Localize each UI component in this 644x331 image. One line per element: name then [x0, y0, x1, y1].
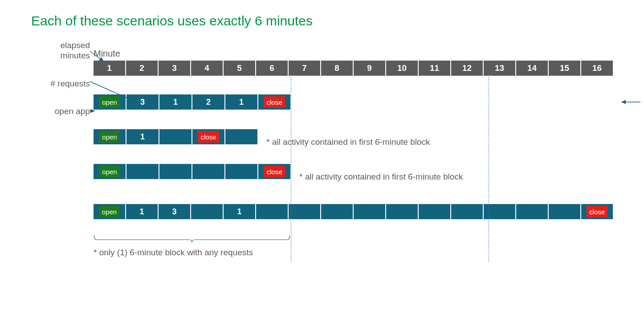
page-title: Each of these scenarios uses exactly 6 m…	[31, 13, 613, 29]
scenario-note: * all activity contained in first 6-minu…	[299, 172, 463, 182]
minute-cell: 13	[484, 61, 515, 76]
minute-cell: 10	[386, 61, 418, 76]
close-badge: close	[587, 206, 607, 217]
close-badge: close	[198, 131, 219, 143]
minute-cell: 9	[354, 61, 385, 76]
activity-cell: open	[94, 164, 126, 179]
activity-cell: 1	[225, 94, 257, 110]
open-badge: open	[99, 96, 119, 108]
diagram: elapsedminutes Minute 123456789101112131…	[94, 49, 613, 257]
activity-cell	[159, 129, 192, 144]
six-minute-divider	[291, 74, 291, 262]
activity-cell	[159, 164, 192, 179]
open-badge: open	[99, 206, 119, 217]
label-open-app: open app	[55, 106, 90, 117]
minute-cell: 15	[549, 61, 580, 76]
activity-cell	[256, 204, 288, 219]
minute-cell: 7	[289, 61, 320, 76]
activity-cell	[386, 204, 418, 219]
minute-cell: 1	[94, 61, 125, 76]
activity-cell: close	[258, 94, 290, 110]
minute-cell: 8	[321, 61, 353, 76]
minute-cell: 4	[191, 61, 223, 76]
activity-cell: open	[94, 129, 126, 144]
activity-cell: 3	[159, 204, 190, 219]
activity-cell: open	[94, 204, 125, 219]
activity-cell: 3	[126, 94, 159, 110]
scenario-row: open1close	[94, 129, 257, 144]
label-requests: # requests	[50, 79, 90, 89]
scenario-row: open3121closeclose app* all activity con…	[94, 94, 613, 110]
activity-cell: close	[258, 164, 290, 179]
close-badge: close	[264, 166, 285, 177]
scenario-note-below: * only (1) 6-minute block with any reque…	[94, 248, 613, 257]
activity-cell	[126, 164, 159, 179]
scenario-row: open131close	[94, 204, 613, 219]
activity-cell: close	[581, 204, 613, 219]
brace	[94, 234, 290, 245]
minute-header-row: 12345678910111213141516	[94, 61, 613, 76]
activity-cell	[419, 204, 450, 219]
activity-cell: 1	[224, 204, 255, 219]
activity-cell: 1	[126, 129, 159, 144]
activity-cell	[516, 204, 548, 219]
arrow-icon	[619, 99, 641, 105]
minute-cell: 16	[581, 61, 613, 76]
activity-cell: 2	[192, 94, 224, 110]
close-badge: close	[264, 96, 285, 108]
minute-cell: 14	[516, 61, 548, 76]
minute-cell: 5	[224, 61, 255, 76]
activity-cell	[354, 204, 385, 219]
six-minute-divider	[489, 74, 489, 262]
activity-cell: 1	[126, 204, 158, 219]
activity-cell: open	[94, 94, 126, 110]
activity-cell	[225, 129, 257, 144]
activity-cell	[321, 204, 353, 219]
activity-cell: close	[192, 129, 224, 144]
activity-cell	[549, 204, 580, 219]
activity-cell	[191, 204, 223, 219]
minute-cell: 3	[159, 61, 190, 76]
label-minute: Minute	[94, 49, 613, 59]
minute-cell: 6	[256, 61, 288, 76]
activity-cell	[192, 164, 224, 179]
scenario-note: close app* all activity contained in fir…	[619, 97, 644, 107]
activity-cell: 1	[159, 94, 192, 110]
activity-cell	[289, 204, 320, 219]
svg-line-0	[90, 51, 103, 61]
minute-cell: 12	[451, 61, 483, 76]
minute-cell: 2	[126, 61, 158, 76]
activity-cell	[225, 164, 257, 179]
open-badge: open	[99, 131, 119, 143]
minute-cell: 11	[419, 61, 450, 76]
activity-cell	[451, 204, 483, 219]
label-elapsed-minutes: elapsedminutes	[60, 41, 90, 61]
scenario-row: openclose	[94, 164, 290, 179]
open-badge: open	[99, 166, 119, 177]
